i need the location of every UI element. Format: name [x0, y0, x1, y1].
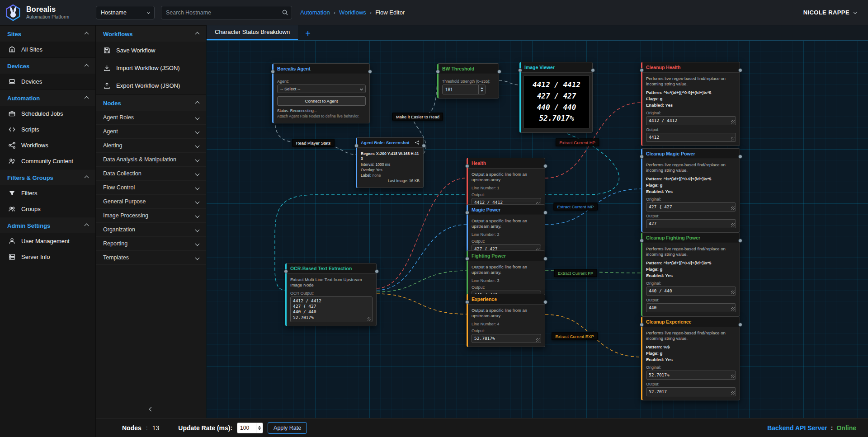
chevron-up-icon [85, 96, 89, 101]
node-category-data-analysis[interactable]: Data Analysis & Manipulation [96, 153, 206, 167]
node-category-alerting[interactable]: Alerting [96, 139, 206, 153]
sidebar-item-workflows[interactable]: Workflows [0, 137, 95, 153]
original-textarea[interactable]: 427 { 427 [646, 202, 736, 211]
output-textarea[interactable]: 52.7017 [646, 387, 736, 396]
update-rate-value: 100 [240, 425, 249, 431]
add-tab-button[interactable]: + [298, 27, 318, 40]
output-textarea[interactable]: 440 [646, 303, 736, 312]
edge-label-extract-current-mp[interactable]: Extract Current MP [554, 203, 598, 211]
number-stepper[interactable] [478, 85, 485, 94]
enabled-text: Enabled: Yes [646, 273, 736, 278]
apply-rate-button[interactable]: Apply Rate [268, 422, 307, 434]
save-workflow-button[interactable]: Save Workflow [96, 42, 206, 59]
sidebar-section-automation[interactable]: Automation [0, 89, 95, 106]
edge-label-extract-current-hp[interactable]: Extract Current HP [556, 139, 599, 146]
node-experience[interactable]: Experience Output a specific line from a… [467, 294, 545, 347]
import-icon [103, 64, 111, 72]
node-category-reporting[interactable]: Reporting [96, 237, 206, 251]
node-category-agent[interactable]: Agent [96, 125, 206, 139]
edge-label-extract-current-fp[interactable]: Extract Current FP [554, 269, 597, 277]
flow-editor: Character Status Breakdown + [207, 25, 868, 418]
sidebar-section-devices[interactable]: Devices [0, 57, 95, 74]
sidebar-section-filters-groups[interactable]: Filters & Groups [0, 169, 95, 185]
sidebar-item-all-sites[interactable]: All Sites [0, 42, 95, 57]
node-cleanup-health[interactable]: Cleanup Health Performs live regex-based… [641, 62, 740, 146]
user-menu[interactable]: NICOLE RAPPE [803, 9, 856, 16]
edge-label-make-it-easier-to-read[interactable]: Make it Easier to Read [392, 113, 443, 121]
output-field[interactable]: 52.7017% [472, 334, 541, 343]
threshold-input[interactable]: 181 [442, 85, 486, 94]
connect-to-agent-button[interactable]: Connect to Agent [277, 96, 366, 106]
node-magic-power[interactable]: Magic Power Output a specific line from … [467, 204, 545, 258]
chevron-down-icon [195, 185, 200, 190]
sidebar-item-scripts[interactable]: Scripts [0, 122, 95, 137]
node-cleanup-fighting-power[interactable]: Cleanup Fighting Power Performs live reg… [641, 232, 740, 316]
number-stepper[interactable] [256, 423, 263, 433]
panel-collapse-button[interactable] [96, 405, 206, 414]
import-workflow-button[interactable]: Import Workflow (JSON) [96, 59, 206, 77]
node-category-organization[interactable]: Organization [96, 223, 206, 237]
node-ocr-text-extraction[interactable]: OCR-Based Text Extraction Extract Multi-… [285, 263, 377, 326]
agent-select[interactable]: -- Select -- [277, 85, 366, 93]
output-label: Output: [472, 239, 541, 244]
edge-label-read-player-stats[interactable]: Read Player Stats [292, 139, 335, 147]
sidebar-item-filters[interactable]: Filters [0, 185, 95, 201]
hostname-select[interactable]: Hostname [96, 6, 155, 19]
original-textarea[interactable]: 440 / 440 [646, 287, 736, 296]
flow-canvas[interactable]: Borealis Agent Agent: -- Select -- Conne… [207, 41, 868, 418]
breadcrumb-automation[interactable]: Automation [300, 9, 330, 16]
panel-section-workflows[interactable]: Workflows [96, 25, 206, 42]
breadcrumb-workflows[interactable]: Workflows [339, 9, 366, 16]
server-icon [8, 253, 16, 261]
node-category-agent-roles[interactable]: Agent Roles [96, 111, 206, 125]
node-category-image-processing[interactable]: Image Processing [96, 209, 206, 223]
borealis-app: Borealis Automation Platform Hostname Au… [0, 0, 868, 437]
output-textarea[interactable]: 4412 [646, 133, 736, 142]
sidebar-item-scheduled-jobs[interactable]: Scheduled Jobs [0, 106, 95, 122]
sidebar-item-user-management[interactable]: User Management [0, 233, 95, 249]
sidebar-item-label: Workflows [21, 142, 48, 149]
sidebar-item-devices[interactable]: Devices [0, 74, 95, 89]
node-cleanup-experience[interactable]: Cleanup Experience Performs live regex-b… [641, 316, 740, 400]
sidebar-item-groups[interactable]: Groups [0, 201, 95, 217]
sidebar-section-sites[interactable]: Sites [0, 25, 95, 42]
screenshot-label: Label: none [361, 173, 420, 178]
panel-section-nodes[interactable]: Nodes [96, 94, 206, 111]
sidebar-item-label: Scripts [21, 126, 39, 133]
sidebar-item-server-info[interactable]: Server Info [0, 249, 95, 265]
sidebar-section-admin-settings[interactable]: Admin Settings [0, 217, 95, 233]
node-category-flow-control[interactable]: Flow Control [96, 181, 206, 195]
ocr-output-textarea[interactable]: 4412 / 4412 427 { 427 440 / 440 52.7017% [290, 296, 373, 322]
share-icon[interactable] [415, 140, 420, 145]
edge-label-extract-current-exp[interactable]: Extract Current EXP [552, 333, 598, 340]
node-health[interactable]: Health Output a specific line from an up… [467, 158, 545, 211]
original-textarea[interactable]: 4412 / 4412 [646, 116, 736, 125]
viewer-line: 52.7017% [528, 113, 585, 124]
node-title: Agent Role: Screenshot [357, 138, 423, 148]
node-bw-threshold[interactable]: BW Threshold Threshold Strength (0–255):… [437, 63, 499, 99]
node-description: Performs live regex-based find/replace o… [646, 76, 736, 87]
export-icon [103, 82, 111, 89]
output-textarea[interactable]: 427 [646, 219, 736, 228]
node-cleanup-magic-power[interactable]: Cleanup Magic Power Performs live regex-… [641, 148, 740, 232]
original-textarea[interactable]: 52.7017% [646, 371, 736, 380]
search-input[interactable] [161, 6, 292, 19]
node-category-general-purpose[interactable]: General Purpose [96, 195, 206, 209]
action-label: Save Workflow [116, 47, 155, 54]
original-label: Original: [646, 365, 736, 370]
node-borealis-agent[interactable]: Borealis Agent Agent: -- Select -- Conne… [272, 63, 370, 123]
category-label: Reporting [103, 240, 127, 247]
sidebar-item-label: Scheduled Jobs [21, 110, 63, 117]
chevron-up-icon [195, 32, 200, 37]
node-image-viewer[interactable]: Image Viewer 4412 / 4412 427 / 427 440 /… [519, 62, 593, 133]
tab-character-status-breakdown[interactable]: Character Status Breakdown [207, 25, 298, 40]
export-workflow-button[interactable]: Export Workflow (JSON) [96, 77, 206, 94]
node-agent-role-screenshot[interactable]: Agent Role: Screenshot Region: X:200 Y:4… [356, 137, 424, 188]
node-category-templates[interactable]: Templates [96, 251, 206, 265]
node-category-data-collection[interactable]: Data Collection [96, 167, 206, 181]
chevron-down-icon [147, 11, 150, 14]
sidebar-item-community-content[interactable]: Community Content [0, 153, 95, 169]
update-rate-input[interactable]: 100 [237, 423, 263, 433]
node-title: Cleanup Fighting Power [642, 233, 740, 243]
node-title: Cleanup Experience [642, 317, 740, 327]
